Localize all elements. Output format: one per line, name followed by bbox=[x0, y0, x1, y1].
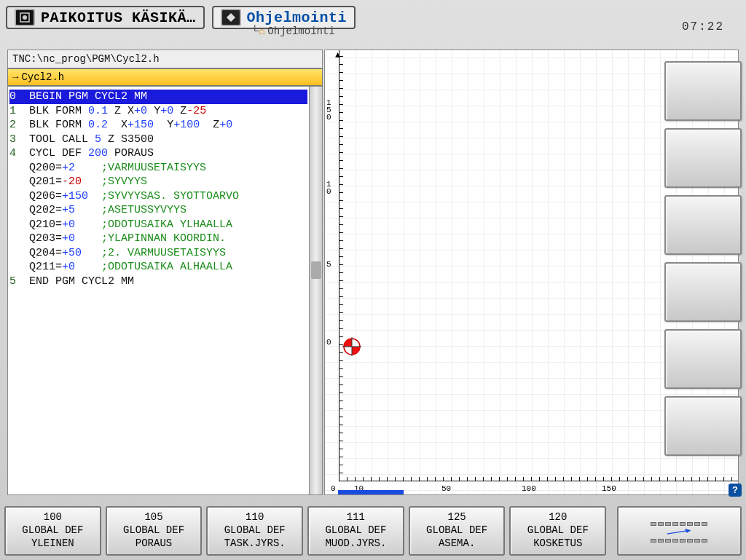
mode-tab-positioning[interactable]: PAIKOITUS KÄSIKÄ… bbox=[6, 6, 205, 29]
softkey-page-next[interactable] bbox=[617, 506, 742, 556]
y-label: 0 bbox=[326, 338, 331, 347]
softkey-v6[interactable] bbox=[664, 396, 742, 456]
horizontal-softkey-bar: 100GLOBAL DEFYLEINEN 105GLOBAL DEFPORAUS… bbox=[4, 506, 742, 556]
clock: 07:22 bbox=[682, 20, 724, 33]
softkey-100[interactable]: 100GLOBAL DEFYLEINEN bbox=[4, 506, 101, 556]
scrollbar-thumb[interactable] bbox=[311, 261, 321, 279]
help-icon[interactable]: ? bbox=[729, 484, 742, 497]
x-ticks bbox=[339, 477, 738, 481]
nc-code-editor[interactable]: 0 BEGIN PGM CYCL2 MM 1 BLK FORM 0.1 Z X+… bbox=[8, 87, 309, 494]
softkey-v1[interactable] bbox=[664, 61, 742, 121]
softkey-v4[interactable] bbox=[664, 262, 742, 322]
current-file-tab[interactable]: →Cycl2.h bbox=[7, 68, 323, 86]
svg-line-5 bbox=[667, 531, 687, 534]
y-axis-arrow-icon: ▲ bbox=[335, 50, 340, 60]
page-dots-icon bbox=[651, 522, 707, 526]
mode-tab-positioning-label: PAIKOITUS KÄSIKÄ… bbox=[41, 9, 196, 26]
arrow-right-icon bbox=[664, 529, 694, 536]
code-line-selected[interactable]: 0 BEGIN PGM CYCL2 MM bbox=[9, 90, 307, 104]
softkey-v2[interactable] bbox=[664, 128, 742, 188]
softkey-125[interactable]: 125GLOBAL DEFASEMA. bbox=[409, 506, 506, 556]
softkey-110[interactable]: 110GLOBAL DEFTASK.JYRS. bbox=[206, 506, 303, 556]
softkey-v3[interactable] bbox=[664, 195, 742, 255]
vertical-softkey-bar bbox=[664, 61, 742, 456]
x-label: 150 bbox=[602, 484, 616, 493]
code-scrollbar[interactable] bbox=[309, 87, 322, 494]
y-label: 0 bbox=[326, 113, 331, 122]
x-label: 50 bbox=[441, 484, 451, 493]
y-label: 0 bbox=[326, 187, 331, 196]
positioning-icon bbox=[15, 9, 35, 26]
file-path: TNC:\nc_prog\PGM\Cycl2.h bbox=[7, 50, 323, 68]
page-dots-icon bbox=[651, 539, 707, 543]
origin-marker-icon bbox=[342, 337, 361, 356]
horizontal-scroll-indicator[interactable] bbox=[338, 490, 404, 494]
x-label: 100 bbox=[522, 484, 536, 493]
softkey-111[interactable]: 111GLOBAL DEFMUOD.JYRS. bbox=[307, 506, 404, 556]
y-label: 5 bbox=[326, 260, 331, 269]
mode-tab-programming-label: Ohjelmointi bbox=[247, 9, 348, 26]
breadcrumb: └⌂Ohjelmointi bbox=[251, 25, 335, 37]
y-ticks bbox=[339, 50, 343, 481]
programming-icon bbox=[221, 9, 241, 26]
softkey-105[interactable]: 105GLOBAL DEFPORAUS bbox=[106, 506, 203, 556]
softkey-120[interactable]: 120GLOBAL DEFKOSKETUS bbox=[509, 506, 606, 556]
softkey-v5[interactable] bbox=[664, 329, 742, 389]
x-label: 0 bbox=[331, 484, 336, 493]
svg-point-1 bbox=[23, 15, 27, 20]
